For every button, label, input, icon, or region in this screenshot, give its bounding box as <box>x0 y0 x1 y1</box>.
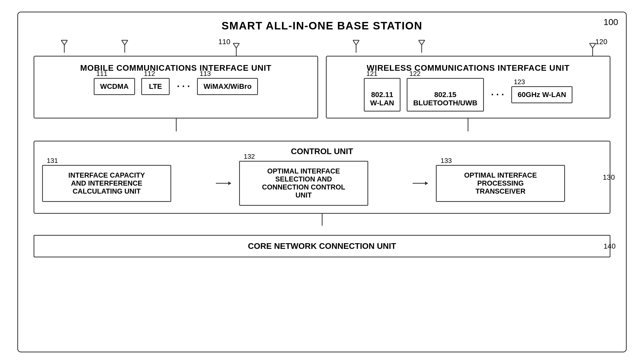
dots-2: · · · <box>491 89 504 100</box>
svg-line-14 <box>356 40 359 45</box>
ref-113: 113 <box>200 70 211 78</box>
mobile-unit-title: MOBILE COMMUNICATIONS INTERFACE UNIT <box>42 63 310 73</box>
connector-line-left <box>176 118 177 131</box>
mobile-interface-unit: MOBILE COMMUNICATIONS INTERFACE UNIT 111… <box>34 56 318 118</box>
60ghz-box: 60GHz W-LAN <box>511 86 573 103</box>
bluetooth-box: 802.15BLUETOOTH/UWB <box>407 78 484 112</box>
wireless-sub-boxes: 121 802.11W-LAN 122 802.15BLUETOOTH/UWB … <box>334 78 602 112</box>
ref-132: 132 <box>244 153 255 161</box>
wcdma-box: WCDMA <box>94 78 135 95</box>
connector-line-right <box>468 118 468 131</box>
svg-line-17 <box>419 40 422 45</box>
svg-marker-27 <box>425 181 428 185</box>
svg-line-2 <box>64 40 67 45</box>
control-unit-title: CONTROL UNIT <box>42 147 602 156</box>
mobile-sub-boxes: 111 WCDMA 112 LTE · · · <box>42 78 310 95</box>
antenna-icon <box>232 41 241 56</box>
diagram-wrapper: 100 SMART ALL-IN-ONE BASE STATION <box>17 12 627 352</box>
svg-line-9 <box>233 43 236 48</box>
interface-capacity-box: INTERFACE CAPACITYAND INTERFERENCECALCUL… <box>42 165 171 202</box>
arrow-right-icon <box>413 179 428 187</box>
80211-box: 802.11W-LAN <box>364 78 401 112</box>
diagram-title: SMART ALL-IN-ONE BASE STATION <box>18 12 626 35</box>
top-row: MOBILE COMMUNICATIONS INTERFACE UNIT 111… <box>34 56 610 118</box>
bottom-connector-area <box>18 214 626 226</box>
antenna-icon <box>417 38 426 53</box>
svg-line-18 <box>422 40 425 45</box>
svg-line-13 <box>353 40 356 45</box>
ref-120: 120 <box>595 38 607 46</box>
svg-line-10 <box>236 43 239 48</box>
ref-122: 122 <box>409 70 420 78</box>
svg-line-1 <box>61 40 64 45</box>
antenna-icon <box>60 38 69 53</box>
wimax-box: WiMAX/WiBro <box>197 78 258 95</box>
svg-line-22 <box>593 43 596 48</box>
svg-line-6 <box>125 40 128 45</box>
optimal-interface-selection-box: OPTIMAL INTERFACESELECTION ANDCONNECTION… <box>239 161 368 206</box>
ref-100: 100 <box>603 17 618 27</box>
svg-line-5 <box>122 40 125 45</box>
connector-line-bottom <box>322 214 323 226</box>
lte-box: LTE <box>141 78 170 95</box>
ref-140: 140 <box>603 242 616 250</box>
wireless-interface-unit: WIRELESS COMMUNICATIONS INTERFACE UNIT 1… <box>326 56 610 118</box>
arrow-right-icon <box>216 179 231 187</box>
ref-133: 133 <box>441 157 452 165</box>
core-network-box: CORE NETWORK CONNECTION UNIT <box>34 235 610 257</box>
ref-110: 110 <box>218 38 230 46</box>
mid-connector-area <box>34 118 610 131</box>
main-diagram: 100 SMART ALL-IN-ONE BASE STATION <box>17 12 627 352</box>
optimal-interface-transceiver-box: OPTIMAL INTERFACEPROCESSINGTRANSCEIVER <box>436 165 565 202</box>
ref-121: 121 <box>366 70 378 78</box>
antenna-icon <box>588 41 597 56</box>
control-unit: CONTROL UNIT 130 131 INTERFACE CAPACITYA… <box>34 141 610 214</box>
svg-marker-25 <box>228 181 231 185</box>
control-boxes: 131 INTERFACE CAPACITYAND INTERFERENCECA… <box>42 161 602 206</box>
ref-111: 111 <box>96 70 107 78</box>
dots-1: · · · <box>177 81 190 92</box>
core-network-section: 140 CORE NETWORK CONNECTION UNIT <box>34 235 610 257</box>
ref-131: 131 <box>47 157 58 165</box>
svg-line-21 <box>590 43 593 48</box>
ref-123: 123 <box>514 78 525 86</box>
ref-130: 130 <box>603 173 615 181</box>
antenna-icon <box>352 38 360 53</box>
antenna-icon <box>120 38 129 53</box>
ref-112: 112 <box>144 70 155 78</box>
